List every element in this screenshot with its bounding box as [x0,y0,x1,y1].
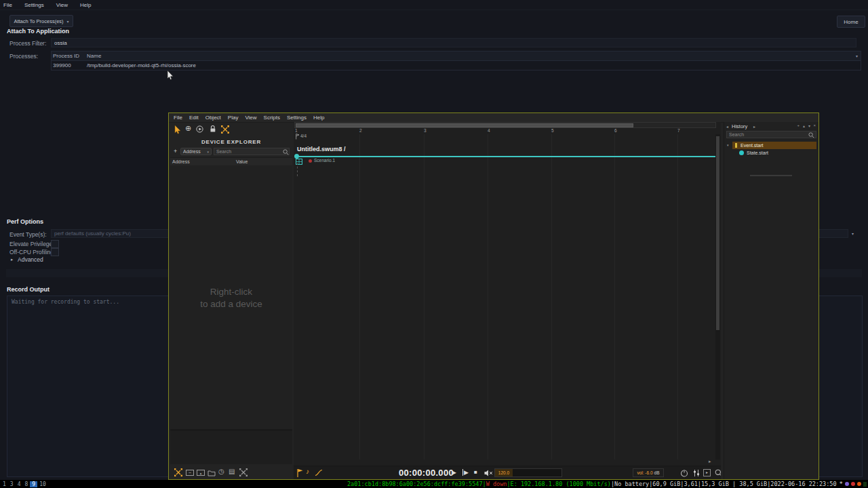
trigger-tool-icon[interactable] [297,468,304,478]
transport-bar: ♪ 00:00:00.000 ▶ ▶ ■ 120.0 vol: -6.0 dB [294,466,721,479]
log-panel-icon[interactable]: ▤ [229,468,235,475]
expand-right-icon[interactable]: ▸ [753,124,755,129]
transport-time[interactable]: 00:00:00.000 [399,468,454,478]
objects-panel-icon[interactable] [174,468,182,476]
col-value: Value [236,159,248,164]
status-datetime: 2022-06-16 22:23:50 [770,481,836,487]
play-from-here-button[interactable]: ▶ [462,469,469,476]
tray-moon-icon[interactable] [845,482,849,486]
move-down-icon[interactable]: ▾ [808,123,810,128]
timeline-scrollbar[interactable] [294,122,716,128]
panel-resize-handle[interactable] [750,175,792,176]
search-icon[interactable] [715,469,721,477]
menu-edit[interactable]: Edit [189,115,199,121]
menu-scripts[interactable]: Scripts [264,115,280,121]
advanced-label[interactable]: Advanced [18,256,43,263]
ruler-tick: 1 [295,128,298,133]
stop-button[interactable]: ■ [474,469,477,475]
device-list-area[interactable]: Right-click to add a device [170,165,292,429]
process-filter-input[interactable] [51,38,856,47]
library-panel-icon[interactable] [239,468,248,476]
history-search-input[interactable] [726,131,816,138]
chevron-down-icon: ▾ [67,19,69,24]
play-tool-icon[interactable] [196,125,204,134]
table-row[interactable]: 399900 /tmp/build-developer-mold-qt5-rhi… [52,60,861,69]
menu-help[interactable]: Help [80,2,91,8]
ruler-tick: 3 [424,128,427,133]
collapse-left-icon[interactable]: ◂ [726,124,728,129]
menu-view[interactable]: View [245,115,256,121]
measure-gridline [424,134,425,460]
media-panel-icon[interactable]: ▴ [197,470,205,476]
play-button[interactable]: ▶ [452,469,456,476]
menu-object[interactable]: Object [205,115,221,121]
workspace-tag-active[interactable]: 9 [30,481,37,487]
tempo-field[interactable]: 120.0 [494,468,562,477]
vertical-scrollbar-thumb[interactable] [716,136,719,330]
state-icon [739,150,744,155]
create-tool-icon[interactable]: ⊕ [185,125,191,132]
scale-mode-icon[interactable] [221,125,229,134]
chevron-down-icon[interactable]: ▾ [856,54,858,58]
menu-help[interactable]: Help [313,115,324,121]
add-device-icon[interactable]: + [174,148,177,155]
lower-panel-area [170,431,292,464]
scroll-right-arrow-icon[interactable]: ▸ [709,459,711,464]
breadcrumb[interactable]: Untitled.swum8 / [297,146,346,152]
workspace-tag[interactable]: 8 [22,481,30,487]
vertical-scrollbar[interactable] [715,134,720,460]
col-address: Address [172,159,190,164]
menu-settings[interactable]: Settings [24,2,44,8]
menu-file[interactable]: File [174,115,182,121]
score-menubar: File Edit Object Play View Scripts Setti… [169,113,818,123]
menu-settings[interactable]: Settings [287,115,307,121]
quantize-note-icon[interactable]: ♪ [306,468,309,475]
workspace-tag[interactable]: 10 [37,481,48,487]
device-search-input[interactable] [214,148,290,155]
score-canvas[interactable]: 1 2 3 4 5 6 7 4/4 Untitled.swum8 / [294,122,721,479]
lock-icon[interactable] [209,125,217,133]
mute-speaker-icon[interactable] [484,470,493,476]
volume-field[interactable]: vol: -6.0 dB [633,468,664,477]
tray-flame-icon[interactable] [857,482,861,486]
history-item-label[interactable]: Event.start [741,143,763,148]
time-signature[interactable]: 4/4 [300,134,307,138]
console-panel-icon[interactable]: ▸ [703,469,711,476]
history-panel-icon[interactable]: ◷ [218,468,224,475]
start-node[interactable] [294,154,299,159]
tray-record-icon[interactable] [851,482,855,486]
root-interval[interactable] [296,156,717,157]
advanced-expander-icon[interactable]: ▸ [11,257,13,262]
menu-view[interactable]: View [56,2,68,8]
offcpu-profiling-checkbox[interactable] [51,248,59,256]
history-item-label[interactable]: State.start [747,150,768,155]
address-combo-label: Address [183,149,201,154]
move-up-icon[interactable]: ▴ [803,123,805,128]
mixer-icon[interactable] [692,469,701,477]
undock-icon[interactable]: + [797,123,800,127]
tree-expander-icon[interactable]: ▾ [727,143,729,147]
curve-mode-icon[interactable] [315,469,323,476]
close-icon[interactable]: × [813,123,816,127]
process-table[interactable]: Process ID Name ▾ 399900 /tmp/build-deve… [51,51,861,70]
oscilloscope-panel-icon[interactable]: ~ [186,470,194,476]
home-button[interactable]: Home [837,16,865,28]
timeline-scrollbar-thumb[interactable] [296,123,633,127]
menu-play[interactable]: Play [228,115,239,121]
menu-file[interactable]: File [3,2,12,8]
status-system-stats: |No battery|60,9 GiB|3,61|15,3 GiB | 38,… [611,481,770,487]
elevate-privileges-checkbox[interactable] [51,240,59,248]
chevron-down-icon[interactable]: ▾ [852,231,854,236]
select-tool-icon[interactable] [174,125,182,134]
scenario-state-dot[interactable] [309,159,312,163]
scenario-label[interactable]: Scenario.1 [314,158,335,163]
workspace-tag[interactable]: 1 [1,481,8,487]
workspace-tag[interactable]: 4 [16,481,23,487]
tray-asterisk-icon[interactable]: * [840,482,843,486]
mouse-cursor [167,70,174,81]
folder-panel-icon[interactable] [208,469,216,476]
power-button-icon[interactable] [680,469,688,477]
address-mode-combobox[interactable]: Address ▾ [180,148,212,155]
attach-to-processes-button[interactable]: Attach To Process(es) ▾ [9,15,73,27]
workspace-tag[interactable]: 3 [8,481,16,487]
